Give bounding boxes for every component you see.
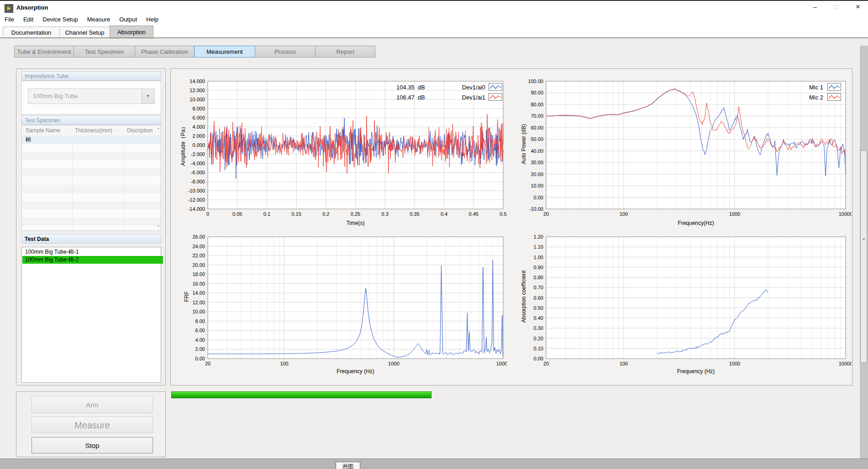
maximize-button[interactable]: □ — [826, 1, 847, 13]
menu-device-setup[interactable]: Device Setup — [38, 13, 82, 26]
svg-text:0.20: 0.20 — [534, 336, 543, 341]
legend-dev1-ai1[interactable]: Dev1/ai1 — [436, 94, 485, 101]
svg-text:10000: 10000 — [839, 361, 852, 366]
frequency-axis-label: Frequency(Hz) — [546, 220, 846, 226]
svg-text:8.00: 8.00 — [195, 318, 205, 324]
chevron-down-icon[interactable]: ▼ — [142, 89, 154, 104]
test-data-item[interactable]: 100mm Big Tube-棉-1 — [22, 248, 163, 256]
subtab-report[interactable]: Report — [315, 46, 375, 57]
frequency-axis-label: Frequency (Hz) — [208, 368, 503, 375]
svg-text:4.000: 4.000 — [192, 124, 205, 130]
sample-name-cell: 棉 — [22, 136, 31, 143]
menu-help[interactable]: Help — [142, 13, 163, 26]
svg-text:22.00: 22.00 — [192, 253, 205, 258]
level-unit: dB — [418, 94, 425, 101]
svg-text:50.00: 50.00 — [531, 136, 543, 142]
scrollbar-thumb[interactable]: < — [860, 151, 867, 363]
frf-axis-label: FRF — [184, 233, 190, 360]
legend-line-icon[interactable] — [827, 83, 841, 91]
measure-button[interactable]: Measure — [32, 417, 153, 433]
column-sample-name: Sample Name — [26, 125, 60, 135]
scroll-down-icon[interactable]: ▼ — [156, 225, 161, 228]
level-readout-ai0: 104.35dB — [396, 84, 425, 91]
collapse-left-icon[interactable]: < — [861, 237, 867, 241]
svg-text:-4.000: -4.000 — [191, 161, 205, 166]
svg-text:40.00: 40.00 — [531, 148, 543, 154]
svg-text:100: 100 — [280, 361, 288, 366]
legend-mic1[interactable]: Mic 1 — [784, 84, 823, 91]
svg-text:2.00: 2.00 — [195, 346, 205, 352]
svg-text:-10.00: -10.00 — [529, 206, 543, 212]
svg-text:16.00: 16.00 — [192, 281, 205, 287]
svg-text:60.00: 60.00 — [531, 125, 543, 130]
legend-line-icon[interactable] — [827, 93, 841, 101]
subtab-tube-environment[interactable]: Tube & Environment — [14, 46, 74, 57]
svg-text:100: 100 — [620, 211, 628, 217]
subtab-process[interactable]: Process — [255, 46, 316, 57]
tab-documentation[interactable]: Documentation — [3, 26, 60, 38]
svg-text:20: 20 — [205, 361, 210, 366]
subtab-test-specimen[interactable]: Test Specimen — [74, 46, 135, 57]
svg-text:70.00: 70.00 — [531, 113, 543, 119]
legend-line-icon[interactable] — [489, 83, 502, 91]
legend-dev1-ai0[interactable]: Dev1/ai0 — [436, 84, 485, 91]
menu-file[interactable]: File — [0, 13, 19, 26]
subtab-measurement[interactable]: Measurement — [194, 46, 255, 57]
test-data-header: Test Data — [21, 234, 161, 244]
svg-text:-2.000: -2.000 — [191, 151, 205, 157]
svg-text:10.000: 10.000 — [189, 97, 205, 102]
legend-line-icon[interactable] — [489, 93, 502, 101]
progress-bar — [171, 391, 714, 398]
svg-text:20.00: 20.00 — [192, 262, 205, 268]
window-title: Absorption — [16, 4, 48, 11]
bottom-strip — [0, 459, 868, 469]
svg-text:-8.000: -8.000 — [191, 179, 205, 184]
svg-text:0.40: 0.40 — [534, 315, 543, 321]
svg-text:0.000: 0.000 — [192, 142, 205, 148]
svg-text:0.80: 0.80 — [534, 275, 543, 280]
app-icon: ▶ — [5, 4, 13, 13]
svg-text:6.000: 6.000 — [192, 115, 205, 120]
svg-text:0.00: 0.00 — [195, 356, 205, 361]
arm-button[interactable]: Arm — [32, 396, 153, 413]
frf-chart: 26.0024.0022.0020.0018.0016.0014.0012.00… — [171, 230, 507, 381]
test-data-list: 100mm Big Tube-棉-1 100mm Big Tube-棉-2 — [21, 247, 161, 383]
stop-button[interactable]: Stop — [32, 437, 153, 453]
test-specimen-table: Sample Name Thickness(mm) Discription 棉 … — [21, 125, 161, 231]
svg-text:0.45: 0.45 — [469, 211, 479, 217]
legend-mic2[interactable]: Mic 2 — [784, 94, 823, 101]
svg-text:0.15: 0.15 — [291, 211, 301, 217]
left-panel: Impendance Tube 100mm Big Tube ▼ Test Sp… — [16, 68, 166, 386]
tab-absorption[interactable]: Absorption — [110, 26, 153, 39]
svg-text:0.5: 0.5 — [500, 211, 506, 217]
subtab-phase-calibration[interactable]: Phase Calibration — [135, 46, 195, 57]
table-row[interactable]: 棉 — [22, 135, 161, 144]
svg-text:1000: 1000 — [729, 211, 740, 217]
svg-text:18.00: 18.00 — [192, 271, 205, 277]
svg-text:1000: 1000 — [388, 361, 399, 366]
impedance-tube-dropdown[interactable]: 100mm Big Tube ▼ — [28, 89, 155, 104]
scroll-up-icon[interactable]: ▲ — [156, 127, 161, 130]
svg-text:1.20: 1.20 — [534, 234, 543, 240]
menu-edit[interactable]: Edit — [19, 13, 38, 26]
svg-text:12.000: 12.000 — [189, 88, 205, 93]
menu-measure[interactable]: Measure — [83, 13, 115, 26]
svg-text:2.000: 2.000 — [192, 133, 205, 139]
menu-output[interactable]: Output — [115, 13, 142, 26]
time-axis-label: Time(s) — [208, 220, 503, 226]
minimize-button[interactable]: – — [805, 1, 826, 13]
close-button[interactable]: × — [847, 1, 868, 13]
bottom-tab-draw[interactable]: 画图 — [336, 462, 360, 469]
svg-text:20.00: 20.00 — [531, 172, 543, 177]
svg-text:26.00: 26.00 — [192, 234, 205, 240]
absorption-axis-label: Absorption coefficient — [521, 233, 527, 360]
tab-channel-setup[interactable]: Channel Setup — [59, 26, 110, 38]
column-divider — [72, 135, 73, 230]
svg-text:1000: 1000 — [729, 361, 740, 366]
svg-text:100: 100 — [620, 361, 628, 366]
svg-text:0.05: 0.05 — [232, 211, 242, 217]
test-data-item-selected[interactable]: 100mm Big Tube-棉-2 — [22, 256, 163, 264]
svg-text:1.00: 1.00 — [534, 255, 543, 260]
title-bar: ▶ Absorption – □ × — [0, 1, 868, 14]
impedance-tube-header: Impendance Tube — [21, 71, 161, 81]
